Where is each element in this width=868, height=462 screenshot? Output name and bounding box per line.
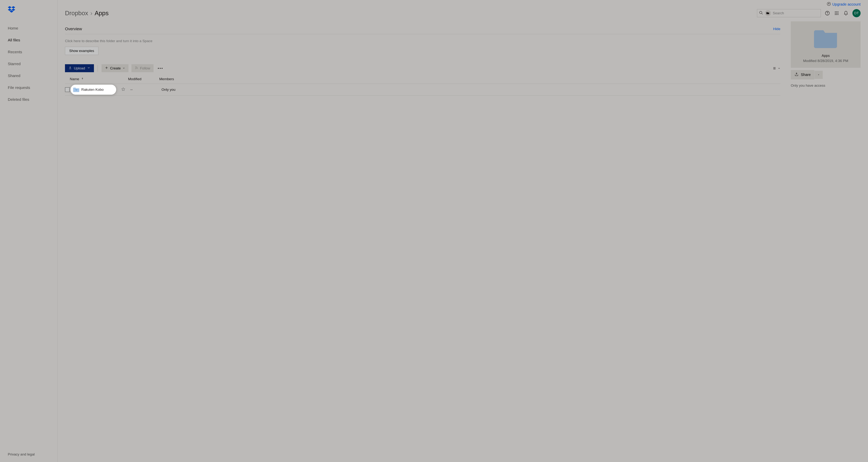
create-button[interactable]: Create: [101, 64, 128, 72]
svg-rect-12: [835, 13, 836, 13]
upload-icon: [68, 66, 72, 70]
row-name: Rakuten Kobo: [81, 88, 103, 92]
share-dropdown-button[interactable]: [814, 71, 823, 79]
svg-point-6: [760, 11, 762, 14]
chevron-down-icon: [123, 66, 125, 70]
plus-icon: [105, 66, 108, 70]
svg-rect-16: [836, 14, 837, 15]
main-area: Upgrade account Dropbox › Apps: [58, 0, 868, 462]
svg-rect-11: [838, 11, 838, 12]
sort-ascending-icon: [81, 77, 84, 81]
overview-placeholder[interactable]: Click here to describe this folder and t…: [65, 34, 780, 47]
svg-rect-15: [835, 14, 836, 15]
row-modified: --: [130, 88, 161, 92]
svg-point-18: [135, 68, 136, 69]
search-box[interactable]: [757, 9, 821, 17]
sidebar-item-home[interactable]: Home: [8, 26, 50, 30]
access-note: Only you have access: [791, 84, 861, 88]
share-button[interactable]: Share: [791, 70, 814, 80]
rss-icon: [135, 66, 138, 70]
svg-rect-17: [838, 14, 838, 15]
chevron-down-icon: [87, 66, 91, 70]
svg-rect-13: [836, 13, 837, 13]
column-header-members[interactable]: Members: [159, 77, 174, 81]
info-folder-name: Apps: [794, 54, 858, 58]
sidebar-item-starred[interactable]: Starred: [8, 62, 50, 66]
svg-rect-14: [838, 13, 838, 13]
upgrade-label: Upgrade account: [832, 2, 861, 6]
breadcrumb-separator: ›: [90, 10, 92, 17]
upload-button[interactable]: Upload: [65, 64, 94, 72]
more-button[interactable]: [156, 65, 164, 72]
highlighted-row[interactable]: Rakuten Kobo: [70, 85, 116, 95]
svg-point-20: [160, 68, 161, 69]
column-header-name[interactable]: Name: [70, 77, 128, 81]
view-mode-button[interactable]: [773, 67, 780, 70]
create-label: Create: [110, 66, 121, 70]
apps-grid-button[interactable]: [834, 10, 839, 16]
table-row[interactable]: Rakuten Kobo -- Only you: [65, 84, 780, 96]
info-modified: Modified 8/28/2019, 4:36 PM: [794, 59, 858, 63]
dropbox-logo[interactable]: [0, 6, 57, 26]
svg-rect-10: [836, 11, 837, 12]
column-header-modified[interactable]: Modified: [128, 77, 159, 81]
upgrade-account-link[interactable]: Upgrade account: [827, 2, 861, 7]
help-button[interactable]: [825, 10, 830, 16]
sidebar-item-deleted-files[interactable]: Deleted files: [8, 97, 50, 102]
row-checkbox[interactable]: [65, 87, 70, 92]
share-label: Share: [801, 72, 811, 77]
avatar[interactable]: DT: [852, 9, 861, 17]
privacy-legal-link[interactable]: Privacy and legal: [0, 452, 57, 462]
svg-point-19: [158, 68, 159, 69]
star-button[interactable]: [121, 87, 125, 92]
sidebar-nav: Home All files Recents Starred Shared Fi…: [0, 26, 57, 452]
search-input[interactable]: [773, 11, 819, 15]
search-icon: [759, 11, 763, 16]
sidebar: Home All files Recents Starred Shared Fi…: [0, 0, 58, 462]
sidebar-item-recents[interactable]: Recents: [8, 50, 50, 54]
follow-label: Follow: [140, 66, 150, 70]
breadcrumb-root[interactable]: Dropbox: [65, 10, 88, 17]
folder-icon: [794, 30, 858, 50]
sidebar-item-shared[interactable]: Shared: [8, 73, 50, 78]
folder-icon: [73, 87, 80, 92]
overview-hide-link[interactable]: Hide: [773, 27, 780, 31]
svg-rect-9: [835, 11, 836, 12]
show-examples-button[interactable]: Show examples: [65, 47, 98, 55]
folder-info-card: Apps Modified 8/28/2019, 4:36 PM: [791, 21, 861, 68]
svg-marker-0: [8, 6, 11, 8]
sidebar-item-file-requests[interactable]: File requests: [8, 85, 50, 90]
overview-title: Overview: [65, 27, 82, 31]
svg-point-21: [162, 68, 163, 69]
breadcrumb: Dropbox › Apps: [65, 10, 108, 17]
breadcrumb-current: Apps: [95, 10, 108, 17]
upgrade-icon: [827, 2, 831, 7]
notifications-button[interactable]: [843, 10, 849, 16]
folder-context-button[interactable]: [765, 10, 771, 16]
row-members: Only you: [161, 88, 176, 92]
follow-button[interactable]: Follow: [131, 64, 154, 72]
svg-marker-1: [11, 6, 15, 8]
sidebar-item-all-files[interactable]: All files: [8, 38, 50, 42]
share-icon: [795, 72, 799, 77]
upload-label: Upload: [74, 66, 85, 70]
